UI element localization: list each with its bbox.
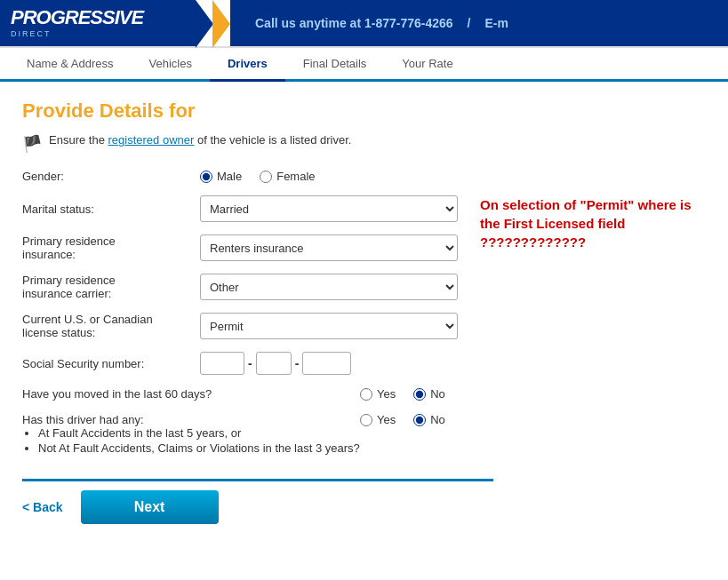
accidents-bullets: At Fault Accidents in the last 5 years, …	[38, 426, 360, 455]
accidents-area: Has this driver had any: At Fault Accide…	[22, 413, 360, 457]
gender-male-label[interactable]: Male	[200, 170, 242, 183]
footer-buttons: < Back Next	[22, 479, 493, 524]
ssn-group: - -	[200, 352, 493, 375]
moved-no-label[interactable]: No	[413, 387, 445, 401]
next-button[interactable]: Next	[81, 490, 219, 524]
accidents-no-text: No	[430, 413, 445, 426]
gender-options: Male Female	[200, 170, 493, 183]
tab-name-address[interactable]: Name & Address	[9, 48, 132, 79]
main-content: Provide Details for 🏴 Ensure the registe…	[0, 82, 728, 542]
info-text: Ensure the registered owner of the vehic…	[49, 133, 351, 147]
back-button[interactable]: < Back	[22, 500, 63, 514]
ssn-row: Social Security number: - -	[22, 352, 493, 375]
ssn-part2-input[interactable]	[256, 352, 292, 375]
primary-carrier-row: Primary residenceinsurance carrier: Sele…	[22, 274, 493, 300]
accidents-options: Yes No	[360, 413, 493, 426]
marital-row: Marital status: Single Married Divorced …	[22, 195, 493, 222]
accidents-yes-label[interactable]: Yes	[360, 413, 396, 426]
logo-chevron-blue	[196, 0, 213, 48]
accidents-label: Has this driver had any:	[22, 413, 360, 426]
ssn-dash-2: -	[295, 356, 300, 370]
tab-vehicles[interactable]: Vehicles	[132, 48, 210, 79]
license-control: Licensed Permit Foreign License Never Li…	[200, 313, 493, 339]
accidents-bullet-1: At Fault Accidents in the last 5 years, …	[38, 426, 360, 440]
gender-male-radio[interactable]	[200, 171, 212, 183]
accidents-no-label[interactable]: No	[413, 413, 445, 426]
license-select[interactable]: Licensed Permit Foreign License Never Li…	[200, 313, 458, 339]
phone-text: Call us anytime at 1-877-776-4266	[255, 16, 453, 30]
logo: PROGRESSIVE DIRECT	[11, 8, 143, 38]
moved-no-radio[interactable]	[413, 388, 426, 401]
annotation-text: On selection of "Permit" where is the Fi…	[480, 195, 693, 251]
phone-separator: /	[468, 16, 471, 30]
marital-label: Marital status:	[22, 203, 200, 216]
form-area: Provide Details for 🏴 Ensure the registe…	[0, 82, 516, 542]
moved-no-text: No	[430, 387, 445, 401]
flag-icon: 🏴	[22, 134, 42, 154]
moved-yes-label[interactable]: Yes	[360, 387, 396, 401]
accidents-yes-radio[interactable]	[360, 414, 372, 426]
gender-label: Gender:	[22, 170, 200, 183]
moved-row: Have you moved in the last 60 days? Yes …	[22, 387, 493, 401]
logo-area: PROGRESSIVE DIRECT	[0, 0, 196, 46]
ssn-part1-input[interactable]	[200, 352, 244, 375]
moved-yes-radio[interactable]	[360, 388, 372, 401]
primary-residence-row: Primary residenceinsurance: None Homeown…	[22, 234, 493, 261]
ssn-part3-input[interactable]	[302, 352, 351, 375]
logo-text: PROGRESSIVE	[11, 8, 143, 28]
gender-male-text: Male	[217, 170, 242, 183]
header: PROGRESSIVE DIRECT Call us anytime at 1-…	[0, 0, 728, 48]
tab-drivers[interactable]: Drivers	[210, 48, 285, 82]
license-label: Current U.S. or Canadianlicense status:	[22, 313, 200, 339]
primary-residence-label: Primary residenceinsurance:	[22, 234, 200, 261]
gender-row: Gender: Male Female	[22, 170, 493, 183]
marital-select[interactable]: Single Married Divorced Widowed Separate…	[200, 195, 458, 222]
info-box: 🏴 Ensure the registered owner of the veh…	[22, 133, 493, 154]
accidents-no-radio[interactable]	[413, 414, 426, 426]
ssn-dash-1: -	[248, 356, 252, 370]
gender-female-label[interactable]: Female	[260, 170, 315, 183]
ssn-control: - -	[200, 352, 493, 375]
primary-carrier-control: Select carrier State Farm Allstate GEICO…	[200, 274, 493, 300]
accidents-yes-text: Yes	[377, 413, 396, 426]
gender-female-text: Female	[276, 170, 315, 183]
primary-residence-select[interactable]: None Homeowners insurance Renters insura…	[200, 234, 458, 261]
tab-final-details[interactable]: Final Details	[285, 48, 385, 79]
primary-carrier-label: Primary residenceinsurance carrier:	[22, 274, 200, 300]
marital-control: Single Married Divorced Widowed Separate…	[200, 195, 493, 222]
logo-chevron-orange	[212, 0, 230, 48]
logo-direct: DIRECT	[11, 29, 143, 38]
moved-options: Yes No	[360, 387, 493, 401]
tab-your-rate[interactable]: Your Rate	[384, 48, 470, 79]
nav-tabs: Name & Address Vehicles Drivers Final De…	[0, 48, 728, 82]
registered-owner-link[interactable]: registered owner	[108, 133, 195, 147]
license-row: Current U.S. or Canadianlicense status: …	[22, 313, 493, 339]
annotation-box: On selection of "Permit" where is the Fi…	[471, 187, 702, 260]
phone-extra: E-m	[484, 16, 508, 30]
page-title: Provide Details for	[22, 99, 493, 123]
moved-yes-text: Yes	[377, 387, 396, 401]
gender-female-radio[interactable]	[260, 171, 272, 183]
ssn-label: Social Security number:	[22, 357, 200, 370]
primary-residence-control: None Homeowners insurance Renters insura…	[200, 234, 493, 261]
primary-carrier-select[interactable]: Select carrier State Farm Allstate GEICO…	[200, 274, 458, 300]
accidents-row: Has this driver had any: At Fault Accide…	[22, 413, 493, 457]
header-phone: Call us anytime at 1-877-776-4266 / E-m	[230, 0, 728, 46]
moved-label: Have you moved in the last 60 days?	[22, 387, 360, 401]
accidents-bullet-2: Not At Fault Accidents, Claims or Violat…	[38, 441, 360, 455]
